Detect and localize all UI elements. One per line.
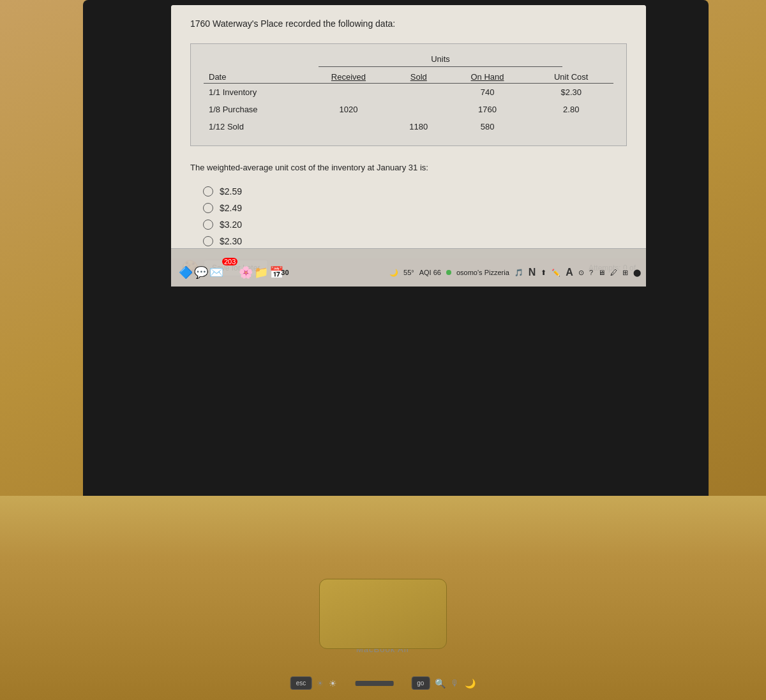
search-icon[interactable]: 🔍 <box>435 678 446 689</box>
table-row: 1/12 Sold 1180 580 <box>204 118 613 135</box>
taskbar: 🔷 💬 ✉️ 203 🌸 📁 📅 30 🌙 55° AQI 66 osomo's… <box>171 258 646 287</box>
cell-sold-1 <box>391 101 446 118</box>
cell-unit-cost-1: 2.80 <box>529 101 613 118</box>
cell-on-hand-0: 740 <box>446 83 529 101</box>
messages-icon[interactable]: 💬 <box>194 265 208 279</box>
option-label-3: $2.30 <box>220 236 242 246</box>
laptop-body: 1760 Waterway's Place recorded the follo… <box>0 0 766 700</box>
aqi-text: AQI 66 <box>419 269 441 276</box>
table-row: 1/8 Purchase 1020 1760 2.80 <box>204 101 613 118</box>
mail-icon[interactable]: ✉️ <box>209 265 223 279</box>
cell-received-0 <box>306 83 391 101</box>
answer-option-3[interactable]: $2.30 <box>203 236 627 246</box>
option-label-0: $2.59 <box>220 186 242 197</box>
mail-badge: 203 <box>222 258 237 265</box>
moon-icon: 🌙 <box>389 269 398 277</box>
cell-received-2 <box>306 118 391 135</box>
pen-icon[interactable]: 🖊 <box>610 269 617 276</box>
keyboard-bottom-row: esc ☀ ☀ go 🔍 🎙 🌙 <box>290 676 476 690</box>
calendar-date: 30 <box>281 269 289 276</box>
pencil-icon[interactable]: ✏️ <box>552 269 560 277</box>
col-sold: Sold <box>391 71 446 84</box>
brightness-down-icon[interactable]: ☀ <box>317 679 324 688</box>
cell-unit-cost-0: $2.30 <box>529 83 613 101</box>
n-icon[interactable]: N <box>529 267 536 278</box>
status-dot <box>446 270 451 275</box>
screen-content: 1760 Waterway's Place recorded the follo… <box>171 5 646 287</box>
a-icon[interactable]: A <box>566 267 573 278</box>
moon-key-icon[interactable]: 🌙 <box>465 678 476 689</box>
cell-date-2: 1/12 Sold <box>204 118 306 135</box>
go-key[interactable]: go <box>411 676 430 690</box>
photos-icon[interactable]: 🌸 <box>239 265 253 279</box>
answer-options: $2.59 $2.49 $3.20 $2.30 <box>203 186 627 246</box>
spacebar[interactable] <box>355 681 393 686</box>
units-header: Units <box>204 54 613 64</box>
question-intro: 1760 Waterway's Place recorded the follo… <box>190 18 627 31</box>
answer-option-2[interactable]: $3.20 <box>203 220 627 230</box>
circle-icon[interactable]: ⬤ <box>633 269 641 277</box>
col-on-hand: On Hand <box>446 71 529 84</box>
answer-option-0[interactable]: $2.59 <box>203 186 627 197</box>
music-icon[interactable]: 🎵 <box>514 269 523 277</box>
col-date: Date <box>204 71 306 84</box>
radio-circle-1[interactable] <box>203 203 213 213</box>
question-icon[interactable]: ? <box>589 269 593 276</box>
col-unit-cost: Unit Cost <box>529 71 613 84</box>
option-label-1: $2.49 <box>220 203 242 213</box>
restaurant-text: osomo's Pizzeria <box>456 269 509 276</box>
weighted-avg-question: The weighted-average unit cost of the in… <box>190 161 627 174</box>
brightness-up-icon[interactable]: ☀ <box>329 678 337 689</box>
radio-circle-0[interactable] <box>203 186 213 197</box>
taskbar-right: 🌙 55° AQI 66 osomo's Pizzeria 🎵 N ⬆ ✏️ A… <box>389 267 641 278</box>
cell-received-1: 1020 <box>306 101 391 118</box>
up-icon[interactable]: ⬆ <box>541 269 546 277</box>
grid-icon[interactable]: ⊞ <box>622 269 628 277</box>
table-row: 1/1 Inventory 740 $2.30 <box>204 83 613 101</box>
cell-date-1: 1/8 Purchase <box>204 101 306 118</box>
cell-unit-cost-2 <box>529 118 613 135</box>
finder-icon[interactable]: 🔷 <box>179 265 193 279</box>
trackpad[interactable] <box>319 579 447 649</box>
radio-circle-3[interactable] <box>203 236 213 246</box>
radio-circle-2[interactable] <box>203 220 213 230</box>
cell-on-hand-2: 580 <box>446 118 529 135</box>
screen-bezel: 1760 Waterway's Place recorded the follo… <box>83 0 709 496</box>
taskbar-left: 🔷 💬 ✉️ 203 🌸 📁 📅 30 <box>176 264 292 281</box>
main-content-area: 1760 Waterway's Place recorded the follo… <box>171 5 646 248</box>
option-label-2: $3.20 <box>220 220 242 230</box>
inventory-table: Date Received Sold On Hand Unit Cost 1/1… <box>204 71 613 135</box>
mic-icon[interactable]: 🎙 <box>451 678 460 689</box>
cell-date-0: 1/1 Inventory <box>204 83 306 101</box>
palm-rest: MacBook Air esc ☀ ☀ go 🔍 🎙 🌙 <box>0 496 766 700</box>
cell-sold-2: 1180 <box>391 118 446 135</box>
answer-option-1[interactable]: $2.49 <box>203 203 627 213</box>
units-header-line <box>319 66 562 67</box>
temp-text: 55° <box>403 269 414 276</box>
cell-sold-0 <box>391 83 446 101</box>
cell-on-hand-1: 1760 <box>446 101 529 118</box>
inventory-table-container: Units Date Received Sold On Hand Unit Co… <box>190 43 627 146</box>
siri-icon[interactable]: ⊙ <box>578 269 584 277</box>
esc-key[interactable]: esc <box>290 676 312 690</box>
col-received: Received <box>306 71 391 84</box>
monitor-icon[interactable]: 🖥 <box>598 269 605 276</box>
finder-folder-icon[interactable]: 📁 <box>254 265 268 279</box>
